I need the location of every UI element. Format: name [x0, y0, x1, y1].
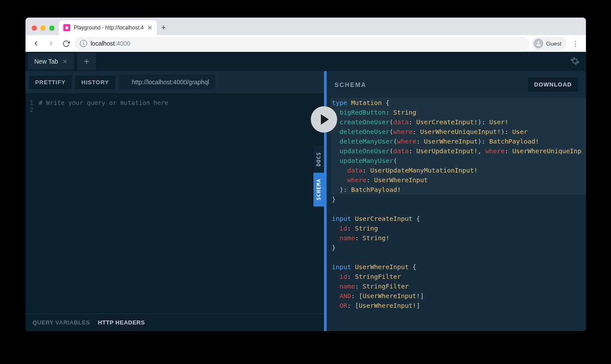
browser-tab[interactable]: ✱ Playground - http://localhost:4 ✕ — [59, 20, 157, 35]
minimize-window-icon[interactable] — [40, 25, 46, 31]
close-window-icon[interactable] — [32, 25, 37, 31]
editor-placeholder: # Write your query or mutation here — [39, 99, 168, 106]
playground-app: New Tab ✕ PRETTIFY HISTORY — [25, 52, 586, 331]
browser-window: ✱ Playground - http://localhost:4 ✕ + i … — [25, 18, 586, 331]
app-tab[interactable]: New Tab ✕ — [28, 54, 74, 69]
http-headers-tab[interactable]: HTTP HEADERS — [98, 319, 145, 326]
favicon-icon: ✱ — [63, 24, 70, 31]
profile-button[interactable]: Guest — [532, 37, 567, 50]
reload-button[interactable] — [60, 37, 72, 50]
browser-chrome: ✱ Playground - http://localhost:4 ✕ + i … — [25, 18, 586, 52]
app-tab-bar: New Tab ✕ — [25, 52, 586, 71]
prettify-button[interactable]: PRETTIFY — [29, 76, 72, 89]
editor-toolbar: PRETTIFY HISTORY — [25, 71, 324, 93]
window-controls — [30, 25, 59, 35]
main-split: PRETTIFY HISTORY 1 # Write your query or… — [25, 71, 586, 331]
editor-pane: PRETTIFY HISTORY 1 # Write your query or… — [25, 71, 324, 331]
url-host: localhost — [91, 40, 115, 47]
schema-code[interactable]: type Mutation { bigRedButton: String cre… — [327, 98, 586, 331]
url-input[interactable]: i localhost:4000 — [75, 37, 529, 50]
back-button[interactable] — [30, 37, 42, 50]
endpoint-input[interactable] — [119, 75, 215, 90]
close-tab-icon[interactable]: ✕ — [147, 24, 153, 31]
maximize-window-icon[interactable] — [49, 25, 55, 31]
line-number: 1 — [25, 99, 39, 106]
schema-header: SCHEMA DOWNLOAD — [327, 71, 586, 98]
avatar-icon — [534, 39, 543, 48]
svg-point-0 — [538, 41, 540, 43]
forward-button[interactable] — [45, 37, 57, 50]
browser-tab-title: Playground - http://localhost:4 — [74, 25, 144, 31]
query-variables-tab[interactable]: QUERY VARIABLES — [33, 319, 90, 326]
bottom-bar: QUERY VARIABLES HTTP HEADERS — [25, 314, 324, 331]
schema-pane: SCHEMA DOWNLOAD type Mutation { bigRedBu… — [327, 71, 586, 331]
close-app-tab-icon[interactable]: ✕ — [62, 58, 68, 65]
query-editor[interactable]: 1 # Write your query or mutation here 2 … — [25, 93, 324, 314]
address-bar: i localhost:4000 Guest ⋮ — [25, 35, 586, 52]
url-port: :4000 — [115, 40, 130, 47]
new-app-tab-button[interactable] — [77, 53, 96, 70]
execute-button[interactable] — [311, 106, 337, 133]
endpoint-input-wrap — [119, 75, 320, 90]
app-tab-label: New Tab — [34, 58, 58, 65]
docs-tab[interactable]: DOCS — [313, 146, 324, 173]
site-info-icon[interactable]: i — [80, 40, 87, 47]
new-browser-tab-button[interactable]: + — [157, 21, 171, 35]
guest-label: Guest — [546, 40, 561, 47]
play-icon — [321, 114, 329, 125]
history-button[interactable]: HISTORY — [75, 76, 115, 89]
schema-title: SCHEMA — [335, 81, 367, 88]
download-button[interactable]: DOWNLOAD — [528, 77, 578, 92]
schema-tab[interactable]: SCHEMA — [313, 173, 324, 206]
tab-strip: ✱ Playground - http://localhost:4 ✕ + — [25, 18, 586, 35]
side-tabs: DOCS SCHEMA — [313, 146, 324, 206]
browser-menu-icon[interactable]: ⋮ — [569, 40, 582, 48]
line-number: 2 — [25, 106, 39, 113]
settings-button[interactable] — [570, 56, 580, 68]
